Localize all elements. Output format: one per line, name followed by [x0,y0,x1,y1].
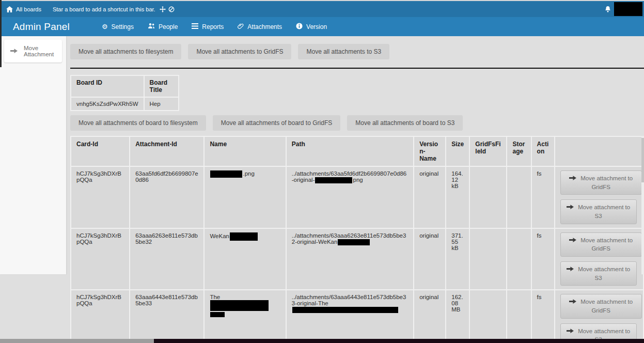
attachment-cell-path: ../attachments/63aaa6263e811e573db5be32-… [287,229,413,290]
attachment-cell-attachment-id: 63aaa6443e811e573db5be33 [130,290,203,343]
user-account-redacted[interactable] [614,2,642,16]
attachment-row: hCJ7kSg3hDXrBpQQa63aaa6263e811e573db5be3… [71,229,643,290]
main-content: Move all attachments to filesystemMove a… [70,36,644,343]
cell-text: .png [243,170,254,177]
arrow-right-icon [567,328,578,334]
attachment-cell-gridfs-file-id [470,229,506,290]
menu-item-version[interactable]: Version [296,23,327,31]
menu-item-label: Settings [112,23,134,30]
menu-item-label: People [159,23,178,30]
attachment-cell-version-name: original [414,167,445,228]
all-boards-label: All boards [16,6,41,12]
move-board-attachments-button-3[interactable]: Move all attachments of board to S3 [347,115,463,131]
attachment-cell-path: ../attachments/63aaa6443e811e573db5be33-… [287,290,413,343]
menu-item-attachments[interactable]: Attachments [238,23,282,31]
attachments-table-header: Attachment-Id [130,137,203,166]
redacted-text [210,312,225,317]
attachments-table-header: Card-Id [71,137,129,166]
menu-item-reports[interactable]: Reports [192,23,224,30]
sidebar: Move Attachment [0,36,66,274]
attachment-cell-version-name: original [414,290,445,343]
horizontal-scrollbar[interactable] [0,339,644,343]
board-move-buttons: Move all attachments of board to filesys… [70,115,644,131]
gear-icon: ⚙ [102,23,108,30]
attachment-cell-action: fs [532,167,554,228]
admin-header-bar: Admin Panel ⚙SettingsPeopleReportsAttach… [0,17,644,36]
global-move-buttons: Move all attachments to filesystemMove a… [70,44,644,59]
attachment-cell-gridfs-file-id [470,167,506,228]
attachment-cell-size: 164.12 kB [446,167,469,228]
move-attachment-to-gridfs-button[interactable]: Move attachment to GridFS [560,232,642,257]
attachments-table-header: GridFsFileId [470,137,506,166]
redacted-text [210,170,242,178]
board-table-row: vnhg5KsZsdPwXRh5WHep [71,98,178,110]
sidebar-item-label: Move Attachment [24,45,62,57]
attachment-cell-storage [507,290,530,343]
move-attachment-to-gridfs-button[interactable]: Move attachment to GridFS [560,170,642,195]
attachment-cell-action: fs [532,290,554,343]
sidebar-item-move-attachment[interactable]: Move Attachment [4,40,62,63]
menu-item-people[interactable]: People [148,23,178,30]
cell-text: WeKan [210,233,229,239]
attachments-table-header: Action [532,137,554,166]
attachment-cell-path: ../attachments/63aa5fd6df2b6699807e0d86-… [287,167,413,228]
move-board-attachments-button-2[interactable]: Move all attachments of board to GridFS [213,115,340,131]
button-label: Move attachment to GridFS [580,175,633,190]
button-label: Move attachment to S3 [578,204,630,219]
attachment-cell-attachment-id: 63aa5fd6df2b6699807e0d86 [130,167,203,228]
board-info-table: Board IDBoard Title vnhg5KsZsdPwXRh5WHep [70,75,179,111]
ban-icon[interactable] [168,6,175,12]
attachment-cell-buttons: Move attachment to GridFSMove attachment… [555,290,643,343]
board-table-cell: Hep [145,98,178,110]
cell-text: The [210,294,220,300]
move-attachment-to-gridfs-button[interactable]: Move attachment to GridFS [560,294,642,318]
attachment-cell-card-id: hCJ7kSg3hDXrBpQQa [71,167,129,228]
board-table-header: Board Title [145,76,178,97]
attachments-table-header: Path [287,137,413,166]
menu-item-label: Reports [202,23,224,30]
menu-item-label: Version [306,23,327,30]
page-title: Admin Panel [13,21,70,33]
redacted-text [338,239,370,245]
move-attachment-to-s3-button[interactable]: Move attachment to S3 [560,261,637,286]
redacted-text [315,177,352,183]
attachment-cell-storage [507,229,530,290]
bell-icon[interactable] [605,6,611,13]
cell-text: ../attachments/63aaa6443e811e573db5be33-… [292,294,406,306]
button-label: Move attachment to GridFS [580,237,633,252]
attachments-table-header [555,137,643,166]
move-all-attachments-button-3[interactable]: Move all attachments to S3 [298,44,389,59]
move-board-attachments-button-1[interactable]: Move all attachments of board to filesys… [70,115,206,131]
board-table-header-row: Board IDBoard Title [71,76,178,97]
attachment-cell-action: fs [532,229,554,290]
arrow-right-icon [569,299,580,305]
attachment-cell-size: 371.55 kB [446,229,469,290]
attachments-header-row: Card-IdAttachment-IdNamePathVersion-Name… [71,137,643,166]
move-all-attachments-button-2[interactable]: Move all attachments to GridFS [188,44,291,59]
top-navigation-bar: All boards Star a board to add a shortcu… [0,1,644,17]
attachment-cell-size: 162.08 MB [446,290,469,343]
board-table-cell: vnhg5KsZsdPwXRh5W [71,98,144,110]
button-label: Move attachment to GridFS [580,299,633,314]
attachment-cell-attachment-id: 63aaa6263e811e573db5be32 [130,229,203,290]
arrow-right-icon [569,175,580,181]
attachments-table-header: Name [205,137,285,166]
attachment-row: hCJ7kSg3hDXrBpQQa63aaa6443e811e573db5be3… [71,290,643,343]
move-attachment-to-s3-button[interactable]: Move attachment to S3 [560,199,637,224]
menu-item-settings[interactable]: ⚙Settings [102,23,134,30]
vertical-scrollbar-thumb[interactable] [641,138,644,182]
move-all-attachments-button-1[interactable]: Move all attachments to filesystem [70,44,181,59]
attachment-cell-buttons: Move attachment to GridFSMove attachment… [555,167,643,228]
attachment-cell-version-name: original [414,229,445,290]
vertical-scrollbar[interactable] [641,136,644,274]
attachment-cell-buttons: Move attachment to GridFSMove attachment… [555,229,643,290]
all-boards-link[interactable]: All boards [6,6,41,12]
attachment-row: hCJ7kSg3hDXrBpQQa63aa5fd6df2b6699807e0d8… [71,167,643,228]
people-icon [148,23,155,30]
arrow-right-icon [567,204,578,210]
attachment-cell-card-id: hCJ7kSg3hDXrBpQQa [71,290,129,343]
move-icon[interactable] [160,6,166,12]
horizontal-scrollbar-thumb[interactable] [0,339,154,343]
attachment-cell-card-id: hCJ7kSg3hDXrBpQQa [71,229,129,290]
cell-text: png [353,177,363,183]
